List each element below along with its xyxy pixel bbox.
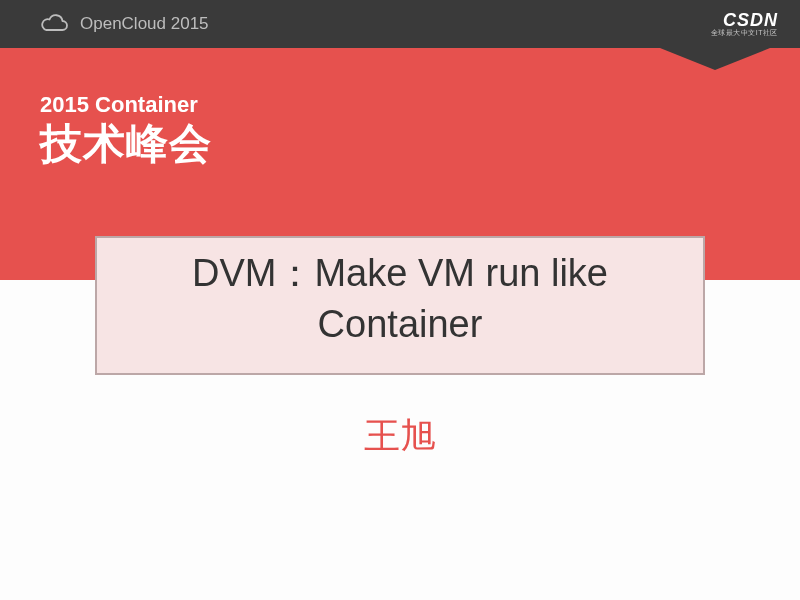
conference-line1: 2015 Container bbox=[40, 92, 212, 118]
talk-author: 王旭 bbox=[0, 412, 800, 461]
topbar: OpenCloud 2015 CSDN 全球最大中文IT社区 bbox=[0, 0, 800, 48]
cloud-icon bbox=[40, 14, 70, 34]
talk-title: DVM：Make VM run like Container bbox=[117, 248, 683, 351]
conference-title-block: 2015 Container 技术峰会 bbox=[40, 92, 212, 171]
talk-title-box: DVM：Make VM run like Container bbox=[95, 236, 705, 375]
slide: OpenCloud 2015 CSDN 全球最大中文IT社区 2015 Cont… bbox=[0, 0, 800, 600]
sponsor-logo: CSDN 全球最大中文IT社区 bbox=[711, 11, 778, 37]
event-name: OpenCloud 2015 bbox=[80, 14, 209, 34]
notch-decoration bbox=[660, 48, 770, 70]
sponsor-tagline: 全球最大中文IT社区 bbox=[711, 29, 778, 37]
topbar-left: OpenCloud 2015 bbox=[40, 14, 209, 34]
conference-line2: 技术峰会 bbox=[40, 118, 212, 171]
sponsor-name: CSDN bbox=[711, 11, 778, 29]
